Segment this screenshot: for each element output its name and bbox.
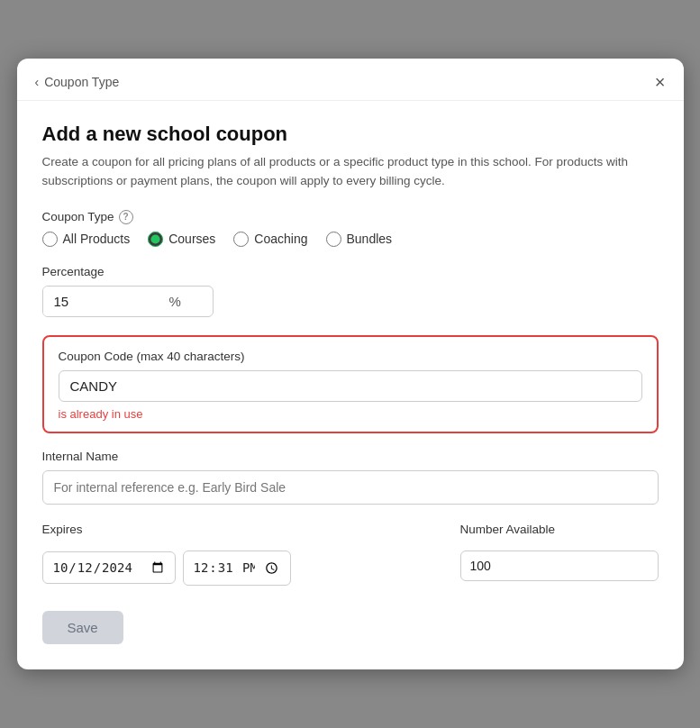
page-title: Add a new school coupon <box>42 123 659 146</box>
radio-coaching[interactable]: Coaching <box>233 232 307 247</box>
save-button[interactable]: Save <box>42 611 123 644</box>
coupon-code-error: is already in use <box>59 407 642 421</box>
percentage-label: Percentage <box>42 265 659 278</box>
radio-input-all-products[interactable] <box>42 232 58 247</box>
radio-bundles[interactable]: Bundles <box>326 232 393 247</box>
percent-symbol: % <box>169 294 192 309</box>
back-label: Coupon Type <box>44 75 119 89</box>
percentage-input-wrap: % <box>42 286 214 317</box>
back-link[interactable]: ‹ Coupon Type <box>35 75 120 89</box>
coupon-code-input[interactable] <box>59 370 642 402</box>
modal-body: Add a new school coupon Create a coupon … <box>17 101 684 669</box>
modal-header: ‹ Coupon Type × <box>17 59 684 101</box>
percentage-input[interactable] <box>43 287 169 316</box>
radio-courses[interactable]: Courses <box>148 232 215 247</box>
close-button[interactable]: × <box>655 73 666 91</box>
coupon-type-label: Coupon Type ? <box>42 210 659 224</box>
coupon-code-label: Coupon Code (max 40 characters) <box>59 350 642 363</box>
expires-col: Expires <box>42 523 291 586</box>
radio-input-courses[interactable] <box>148 232 163 247</box>
modal-description: Create a coupon for all pricing plans of… <box>42 153 659 190</box>
radio-input-bundles[interactable] <box>326 232 341 247</box>
chevron-left-icon: ‹ <box>35 75 40 89</box>
internal-name-label: Internal Name <box>42 450 659 463</box>
radio-input-coaching[interactable] <box>233 232 249 247</box>
number-available-input[interactable] <box>460 551 659 581</box>
help-icon[interactable]: ? <box>119 210 133 224</box>
radio-all-products[interactable]: All Products <box>42 232 131 247</box>
modal-dialog: ‹ Coupon Type × Add a new school coupon … <box>17 59 684 669</box>
coupon-code-section: Coupon Code (max 40 characters) is alrea… <box>42 335 659 433</box>
internal-name-input[interactable] <box>42 470 659 505</box>
radio-label-courses: Courses <box>168 232 215 246</box>
radio-label-bundles: Bundles <box>347 232 393 246</box>
modal-overlay: ‹ Coupon Type × Add a new school coupon … <box>0 0 700 728</box>
radio-label-coaching: Coaching <box>254 232 307 246</box>
internal-name-section: Internal Name <box>42 450 659 505</box>
expires-inputs <box>42 551 291 586</box>
percentage-row: % <box>42 286 659 317</box>
number-available-label: Number Available <box>460 523 659 536</box>
expires-date-input[interactable] <box>42 551 176 584</box>
coupon-type-radio-group: All Products Courses Coaching Bundles <box>42 232 659 247</box>
expires-time-input[interactable] <box>183 551 291 586</box>
expires-row: Expires Number Available <box>42 523 659 586</box>
number-available-col: Number Available <box>460 523 659 581</box>
expires-label: Expires <box>42 523 291 536</box>
radio-label-all-products: All Products <box>63 232 131 246</box>
